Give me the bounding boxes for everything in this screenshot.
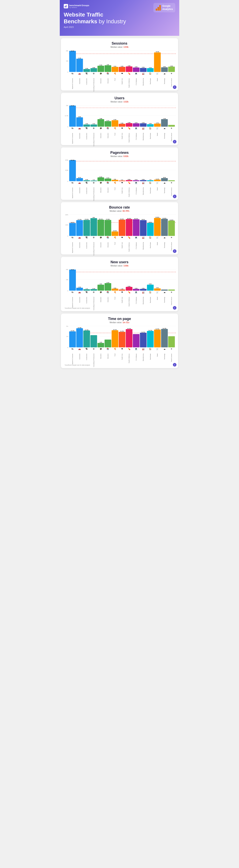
svg-rect-209 bbox=[69, 223, 76, 236]
svg-text:Technology: Technology bbox=[164, 78, 165, 84]
svg-text:☁: ☁ bbox=[163, 291, 166, 293]
svg-text:80%: 80% bbox=[65, 214, 68, 216]
svg-text:Health & Wellness: Health & Wellness bbox=[128, 242, 130, 252]
svg-rect-113 bbox=[133, 123, 140, 127]
svg-rect-386 bbox=[154, 330, 160, 347]
svg-text:🛍: 🛍 bbox=[71, 291, 73, 293]
logo-sub: by databox bbox=[69, 6, 89, 8]
svg-text:1m 37s: 1m 37s bbox=[113, 329, 117, 330]
chart-title-new_users: New users bbox=[63, 260, 176, 264]
svg-rect-159 bbox=[97, 178, 104, 181]
svg-rect-249 bbox=[140, 220, 146, 236]
svg-text:Retail: Retail bbox=[157, 187, 158, 190]
svg-text:5.1k: 5.1k bbox=[121, 180, 123, 181]
svg-text:Health & Wellness: Health & Wellness bbox=[128, 353, 130, 363]
svg-rect-133 bbox=[168, 125, 175, 127]
svg-text:Education: Education bbox=[100, 78, 101, 83]
svg-text:Education: Education bbox=[100, 353, 101, 359]
svg-rect-147 bbox=[76, 178, 83, 181]
svg-rect-394 bbox=[168, 336, 175, 347]
svg-rect-191 bbox=[154, 180, 160, 181]
svg-text:9.03k: 9.03k bbox=[142, 179, 145, 180]
svg-text:Automotive: Automotive bbox=[79, 242, 80, 248]
svg-rect-183 bbox=[140, 180, 146, 181]
svg-text:🍕: 🍕 bbox=[114, 127, 116, 129]
chart-title-pageviews: Pageviews bbox=[63, 151, 176, 155]
svg-text:1m 26s: 1m 26s bbox=[120, 331, 124, 332]
svg-rect-125 bbox=[154, 124, 160, 127]
chart-footnote-time_on_page: *Insufficient sample size for data analy… bbox=[63, 364, 176, 366]
svg-text:🎓: 🎓 bbox=[99, 348, 102, 350]
svg-text:Food: Food bbox=[114, 133, 116, 135]
svg-text:3.31k: 3.31k bbox=[156, 287, 159, 288]
svg-text:Apparel & Consumer: Apparel & Consumer bbox=[72, 133, 73, 144]
svg-text:46.8%: 46.8% bbox=[149, 222, 152, 223]
svg-rect-356 bbox=[97, 343, 104, 347]
svg-text:2.49k: 2.49k bbox=[121, 123, 124, 124]
ga-bar-1 bbox=[156, 8, 157, 10]
chart-info-btn-sessions[interactable]: i bbox=[173, 85, 176, 89]
svg-text:Real Estate: Real Estate bbox=[150, 353, 151, 360]
chart-median-users: Median value: 3.02k bbox=[63, 101, 176, 103]
svg-text:💊: 💊 bbox=[128, 236, 130, 239]
svg-text:5.44k: 5.44k bbox=[85, 179, 88, 180]
svg-text:16.02%: 16.02% bbox=[113, 230, 117, 231]
svg-text:❤: ❤ bbox=[121, 182, 123, 184]
chart-info-btn-bounce_rate[interactable]: i bbox=[173, 249, 176, 253]
svg-text:20k: 20k bbox=[66, 279, 68, 281]
svg-rect-253 bbox=[147, 223, 154, 236]
chart-info-btn-users[interactable]: i bbox=[173, 140, 176, 144]
svg-text:🏗: 🏗 bbox=[86, 182, 88, 184]
svg-rect-265 bbox=[168, 221, 175, 236]
svg-text:Travel & Leisure: Travel & Leisure bbox=[171, 133, 172, 142]
svg-text:📚: 📚 bbox=[107, 127, 109, 129]
svg-text:2m: 2m bbox=[66, 326, 68, 327]
chart-title-bounce_rate: Bounce rate bbox=[63, 205, 176, 210]
svg-text:Manufacturing: Manufacturing bbox=[143, 353, 144, 361]
svg-text:Education: Education bbox=[107, 242, 109, 247]
svg-text:📚: 📚 bbox=[107, 72, 109, 75]
svg-text:Automotive: Automotive bbox=[79, 297, 80, 303]
svg-rect-233 bbox=[112, 231, 118, 236]
svg-rect-155 bbox=[90, 181, 97, 181]
svg-text:Construction: Construction bbox=[86, 78, 87, 85]
svg-text:📚: 📚 bbox=[107, 291, 109, 293]
svg-rect-371 bbox=[126, 329, 132, 347]
svg-text:🛒: 🛒 bbox=[156, 348, 159, 350]
chart-new_users: New usersMedian value: 3.66k40k20k030.4k… bbox=[61, 257, 178, 311]
svg-text:11.27k: 11.27k bbox=[156, 179, 159, 180]
logo-text-group: benchmark Groups by databox bbox=[69, 4, 89, 8]
svg-text:🛍: 🛍 bbox=[71, 348, 73, 350]
chart-median-pageviews: Median value: 8.82k bbox=[63, 155, 176, 157]
svg-text:1.84k: 1.84k bbox=[85, 123, 88, 124]
svg-text:Construction: Construction bbox=[86, 297, 87, 304]
svg-text:Manufacturing: Manufacturing bbox=[143, 187, 144, 195]
svg-text:Apparel & Consumer: Apparel & Consumer bbox=[72, 242, 73, 253]
svg-text:Consulting & Professional: Consulting & Professional bbox=[93, 78, 94, 92]
svg-text:31.9k: 31.9k bbox=[99, 176, 102, 178]
svg-text:Technology: Technology bbox=[164, 133, 165, 139]
svg-text:🛍: 🛍 bbox=[71, 72, 73, 74]
chart-info-btn-time_on_page[interactable]: i bbox=[173, 363, 176, 367]
chart-info-btn-pageviews[interactable]: i bbox=[173, 195, 176, 198]
svg-text:🍕: 🍕 bbox=[114, 182, 116, 184]
svg-rect-367 bbox=[119, 332, 125, 347]
svg-text:56.4%: 56.4% bbox=[142, 219, 145, 220]
chart-footnote-new_users: *Insufficient sample size for data analy… bbox=[63, 307, 176, 309]
svg-rect-143 bbox=[69, 160, 76, 181]
svg-text:Manufacturing: Manufacturing bbox=[143, 133, 144, 140]
svg-text:6.13k: 6.13k bbox=[114, 119, 117, 120]
svg-rect-378 bbox=[140, 333, 146, 347]
svg-text:Apparel & Consumer: Apparel & Consumer bbox=[72, 78, 73, 89]
svg-text:🍕: 🍕 bbox=[114, 72, 116, 75]
svg-text:💊: 💊 bbox=[128, 291, 130, 293]
svg-rect-26 bbox=[97, 66, 104, 72]
svg-text:8.92k: 8.92k bbox=[149, 283, 152, 284]
svg-rect-312 bbox=[133, 289, 140, 290]
svg-text:🛍: 🛍 bbox=[71, 237, 73, 239]
svg-text:🏭: 🏭 bbox=[142, 72, 145, 75]
svg-text:🛒: 🛒 bbox=[156, 236, 159, 239]
chart-title-time_on_page: Time on page bbox=[63, 317, 176, 321]
svg-text:Construction: Construction bbox=[86, 187, 87, 194]
svg-text:21.41k: 21.41k bbox=[71, 105, 74, 106]
